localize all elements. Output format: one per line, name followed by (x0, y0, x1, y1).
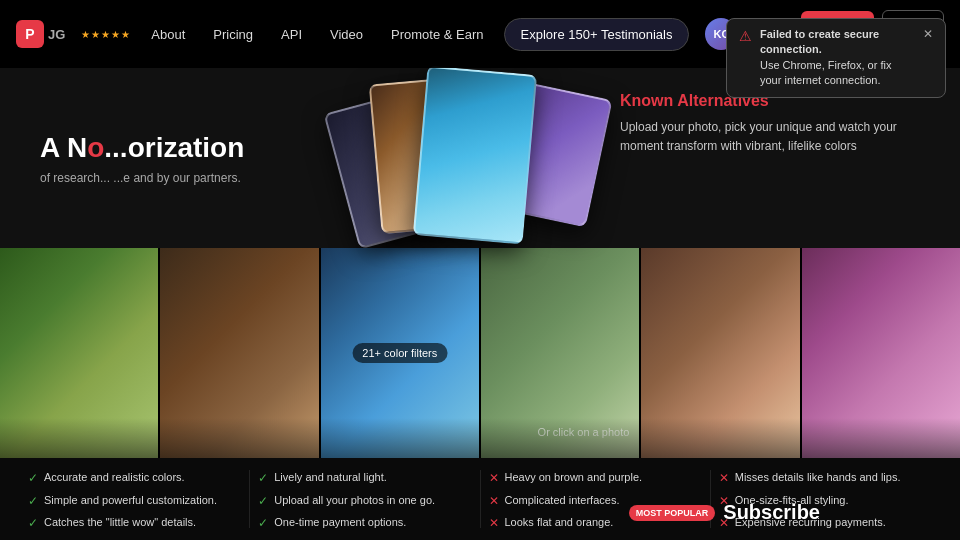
check-icon-5: ✓ (258, 494, 268, 510)
check-icon-4: ✓ (258, 471, 268, 487)
logo-suffix: JG (48, 27, 65, 42)
error-toast: ⚠ Failed to create secure connection. Us… (726, 18, 946, 98)
subscribe-area: Most Popular Subscribe (629, 501, 820, 524)
gallery-overlay-5 (641, 418, 799, 458)
features-section: ✓ Accurate and realistic colors. ✓ Simpl… (0, 458, 960, 540)
feature-col-pro1: ✓ Accurate and realistic colors. ✓ Simpl… (20, 470, 250, 528)
check-icon-6: ✓ (258, 516, 268, 532)
feature-item-2: ✓ Simple and powerful customization. (28, 493, 241, 510)
feature-text-4: Lively and natural light. (274, 470, 387, 484)
feature-item-1: ✓ Accurate and realistic colors. (28, 470, 241, 487)
gallery-overlay-2 (160, 418, 318, 458)
feature-item-5: ✓ Upload all your photos in one go. (258, 493, 471, 510)
toast-detail: Use Chrome, Firefox, or fix your interne… (760, 59, 891, 86)
toast-message: Failed to create secure connection. Use … (760, 27, 915, 89)
cross-icon-2: ✕ (489, 494, 499, 510)
nav-api[interactable]: API (269, 19, 314, 50)
nav-promote[interactable]: Promote & Earn (379, 19, 496, 50)
feature-item-3: ✓ Catches the "little wow" details. (28, 515, 241, 532)
check-icon-2: ✓ (28, 494, 38, 510)
check-icon-1: ✓ (28, 471, 38, 487)
feature-text-2: Simple and powerful customization. (44, 493, 217, 507)
feature-text-1: Accurate and realistic colors. (44, 470, 185, 484)
gallery-overlay-1 (0, 418, 158, 458)
feature-text-6: One-time payment options. (274, 515, 406, 529)
gallery-item-asian-dress[interactable] (802, 248, 960, 458)
subscribe-text: Subscribe (723, 501, 820, 524)
photo-card-colorized[interactable] (413, 66, 537, 245)
nav-pricing[interactable]: Pricing (201, 19, 265, 50)
hero-right-text: Upload your photo, pick your unique and … (620, 120, 897, 153)
gallery-overlay-6 (802, 418, 960, 458)
warning-icon: ⚠ (739, 28, 752, 44)
gallery-item-room2[interactable] (641, 248, 799, 458)
hero-title: A No...orization (40, 131, 244, 165)
nav-links: About Pricing API Video Promote & Earn (139, 19, 495, 50)
most-popular-badge: Most Popular (629, 505, 716, 521)
photo-stack (320, 70, 580, 300)
nav-video[interactable]: Video (318, 19, 375, 50)
feature-item-6: ✓ One-time payment options. (258, 515, 471, 532)
filter-badge: 21+ color filters (352, 343, 447, 363)
nav-about[interactable]: About (139, 19, 197, 50)
feature-text-8: Complicated interfaces. (505, 493, 620, 507)
hero-right: Known Alternatives Upload your photo, pi… (620, 88, 920, 156)
toast-close-button[interactable]: ✕ (923, 27, 933, 41)
feature-item-10: ✕ Misses details like hands and lips. (719, 470, 932, 487)
logo-icon: P (16, 20, 44, 48)
toast-title: Failed to create secure connection. (760, 28, 879, 55)
explore-testimonials-button[interactable]: Explore 150+ Testimonials (504, 18, 690, 51)
cross-icon-1: ✕ (489, 471, 499, 487)
feature-text-10: Misses details like hands and lips. (735, 470, 901, 484)
feature-text-5: Upload all your photos in one go. (274, 493, 435, 507)
cross-icon-3: ✕ (489, 516, 499, 532)
hero-subtitle: of research... ...e and by our partners. (40, 171, 244, 185)
gallery-overlay-3 (321, 418, 479, 458)
feature-text-3: Catches the "little wow" details. (44, 515, 196, 529)
hero-text: A No...orization of research... ...e and… (40, 131, 244, 185)
feature-text-9: Looks flat and orange. (505, 515, 614, 529)
feature-item-7: ✕ Heavy on brown and purple. (489, 470, 702, 487)
cross-icon-4: ✕ (719, 471, 729, 487)
feature-col-pro2: ✓ Lively and natural light. ✓ Upload all… (250, 470, 480, 528)
check-icon-3: ✓ (28, 516, 38, 532)
gallery-item-interior[interactable] (160, 248, 318, 458)
hero-title-highlight: o (87, 132, 104, 163)
gallery-item-garden[interactable] (0, 248, 158, 458)
star-rating: ★★★★★ (81, 29, 131, 40)
feature-item-4: ✓ Lively and natural light. (258, 470, 471, 487)
feature-text-7: Heavy on brown and purple. (505, 470, 643, 484)
gallery-overlay-4 (481, 418, 639, 458)
logo[interactable]: P JG (16, 20, 65, 48)
